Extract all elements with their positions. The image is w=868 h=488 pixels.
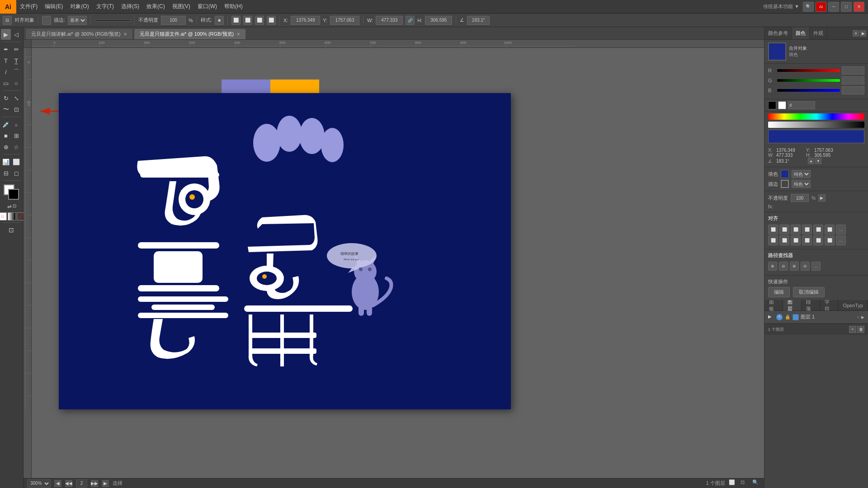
adobe-btn[interactable]: Ai — [816, 2, 826, 12]
opacity-more-btn[interactable]: ▶ — [818, 194, 826, 202]
dist-center-v-btn[interactable]: ⬜ — [813, 235, 823, 245]
y-coord-input[interactable] — [330, 16, 359, 25]
paint-bucket-tool[interactable]: ⬦ — [11, 119, 21, 130]
b-input[interactable] — [842, 86, 864, 94]
r-input[interactable] — [842, 66, 864, 75]
pathfinder-intersect[interactable]: ⊗ — [790, 262, 799, 271]
layer-icon[interactable]: ⬜ — [729, 479, 737, 488]
h-coord-input[interactable] — [425, 16, 452, 25]
menu-window[interactable]: 窗口(W) — [194, 0, 221, 13]
search-panel-icon[interactable]: 🔍 — [752, 479, 760, 488]
fill-black-btn[interactable] — [768, 101, 776, 109]
blend-tool[interactable]: ⊕ — [1, 141, 11, 152]
prev-page-btn[interactable]: ◀ — [54, 480, 61, 487]
align-more-btn[interactable]: … — [836, 225, 846, 235]
cancel-edit-btn[interactable]: 取消编辑 — [793, 287, 825, 297]
delete-layer-btn[interactable]: 🗑 — [857, 326, 864, 333]
arc-tool[interactable]: ⌒ — [11, 66, 21, 77]
layer-1[interactable]: ▶ 👁 🔒 图层 1 ○ ▶ — [764, 311, 868, 324]
dist-center-h-btn[interactable]: ⬜ — [779, 235, 789, 245]
panel-expand-btn[interactable]: ▶ — [860, 30, 866, 37]
dist-bottom-btn[interactable]: ⬜ — [825, 235, 835, 245]
align-h-icon[interactable]: ⬜ — [231, 16, 241, 25]
dist-more-btn[interactable]: … — [836, 235, 846, 245]
workspace-label[interactable]: 传统基本功能 ▼ — [763, 3, 799, 10]
menu-effects[interactable]: 效果(C) — [143, 0, 169, 13]
appearance-tab[interactable]: 外观 — [810, 27, 827, 39]
dist-right-btn[interactable]: ⬜ — [791, 235, 801, 245]
gradient-tool[interactable]: ■ — [1, 130, 11, 141]
color-ref-tab[interactable]: 颜色参考 — [764, 27, 792, 39]
tab-0-close[interactable]: ✕ — [123, 32, 127, 37]
swap-colors-btn[interactable]: ⇌ — [7, 203, 12, 210]
stroke-type-select[interactable]: 纯色渐变无 — [792, 180, 811, 188]
win-max[interactable]: □ — [841, 2, 852, 12]
align-bottom-btn[interactable]: ⬜ — [825, 225, 835, 235]
b-slider[interactable] — [777, 89, 840, 92]
scale-tool[interactable]: ⤡ — [11, 93, 21, 103]
menu-edit[interactable]: 编辑(E) — [41, 0, 66, 13]
stroke-select[interactable]: 基本 — [68, 16, 87, 25]
tab-1-close[interactable]: ✕ — [236, 32, 240, 37]
type-tool[interactable]: T — [1, 55, 11, 66]
align-v-icon[interactable]: ⬜ — [243, 16, 252, 25]
rotate-tool[interactable]: ↻ — [1, 93, 11, 103]
dist-top-btn[interactable]: ⬜ — [802, 235, 812, 245]
align-right-btn[interactable]: ⬜ — [791, 225, 801, 235]
hex-input[interactable] — [788, 101, 815, 109]
slice-tool[interactable]: ⊟ — [1, 168, 11, 178]
symbol-tool[interactable]: ☆ — [11, 141, 21, 152]
artboard-icon[interactable]: ⊡ — [741, 479, 749, 488]
eraser-tool[interactable]: ◻ — [11, 168, 21, 178]
menu-object[interactable]: 对象(O) — [66, 0, 92, 13]
fill-type-select[interactable]: 纯色渐变无 — [792, 170, 811, 178]
page-input[interactable] — [76, 479, 87, 488]
eyedropper-tool[interactable]: 💉 — [1, 119, 11, 130]
dist-h-icon[interactable]: ⬜ — [255, 16, 264, 25]
layers-tab-opentype[interactable]: OpenTyp — [838, 300, 868, 310]
align-center-h-btn[interactable]: ⬜ — [779, 225, 789, 235]
angle-up-btn[interactable]: ▲ — [808, 158, 814, 164]
g-input[interactable] — [842, 76, 864, 84]
layer-visibility-btn[interactable]: 👁 — [776, 314, 783, 320]
color-preview-large[interactable] — [768, 42, 786, 61]
color-bw-strip[interactable] — [768, 122, 864, 128]
tab-0[interactable]: 元旦是只猫讲解.ai* @ 300% (RGB/预览) ✕ — [25, 28, 133, 39]
edit-btn[interactable]: 编辑 — [768, 287, 790, 297]
free-transform-tool[interactable]: ⊡ — [11, 104, 21, 115]
pathfinder-unite[interactable]: ⊕ — [768, 262, 777, 271]
stroke-color-swatch[interactable] — [781, 180, 789, 188]
mesh-tool[interactable]: ⊞ — [11, 130, 21, 141]
pencil-tool[interactable]: ✏ — [11, 44, 21, 55]
ellipse-tool[interactable]: ○ — [11, 78, 21, 89]
menu-help[interactable]: 帮助(H) — [221, 0, 246, 13]
pathfinder-exclude[interactable]: ⊘ — [801, 262, 810, 271]
align-left-btn[interactable]: ⬜ — [768, 225, 778, 235]
color-spectrum[interactable] — [768, 113, 864, 120]
default-colors-btn[interactable]: ⊡ — [13, 203, 16, 210]
artboard-tool[interactable]: ⬜ — [11, 156, 21, 167]
pathfinder-minus[interactable]: ⊖ — [779, 262, 788, 271]
rect-tool[interactable]: ▭ — [1, 78, 11, 89]
fill-white-btn[interactable] — [778, 101, 786, 109]
tab-1[interactable]: 元旦是只猫源文件.ai* @ 100% (RGB/预览) ✕ — [134, 28, 246, 39]
dist-v-icon[interactable]: ⬜ — [267, 16, 276, 25]
warp-tool[interactable]: 〜 — [1, 104, 11, 115]
first-page-btn[interactable]: ◀◀ — [65, 480, 72, 487]
canvas-bg[interactable]: 使用【矩形工具】绘制深蓝色矩形作为背景 — [32, 48, 764, 478]
canvas-area[interactable]: 0 100 200 300 400 500 600 700 800 900 10… — [24, 40, 764, 478]
win-min[interactable]: ─ — [828, 2, 839, 12]
color-tab[interactable]: 颜色 — [792, 27, 810, 39]
opacity-panel-input[interactable] — [791, 194, 809, 202]
zoom-select[interactable]: 300% 100% 200% 50% — [27, 479, 51, 488]
pen-tool[interactable]: ✒ — [1, 44, 11, 55]
next-page-btn[interactable]: ▶ — [102, 480, 109, 487]
fill-color-btn[interactable] — [781, 170, 789, 178]
search-btn[interactable]: 🔍 — [803, 2, 814, 12]
layers-tab-layers[interactable]: 图层 — [783, 300, 802, 310]
last-page-btn[interactable]: ▶▶ — [91, 480, 98, 487]
dist-left-btn[interactable]: ⬜ — [768, 235, 778, 245]
layers-tab-char[interactable]: 字符 — [820, 300, 839, 310]
menu-select[interactable]: 选择(S) — [118, 0, 143, 13]
g-slider[interactable] — [777, 79, 840, 82]
